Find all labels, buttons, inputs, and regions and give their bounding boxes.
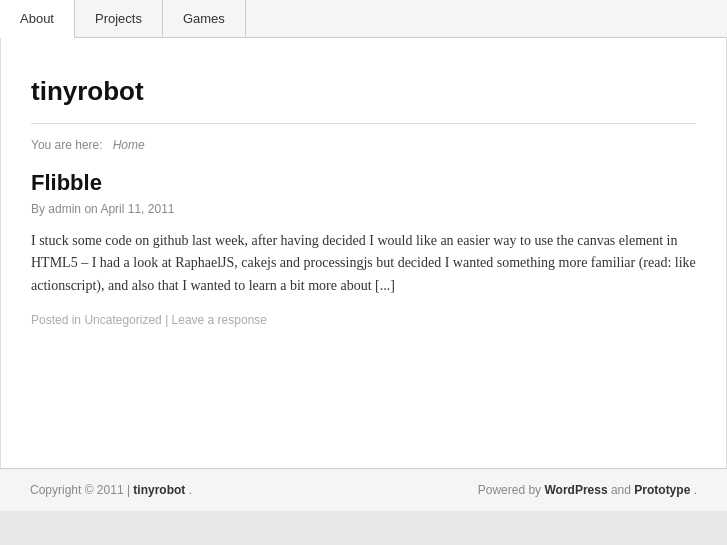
powered-by-text: Powered by (478, 483, 541, 497)
footer-period: . (189, 483, 192, 497)
article-title: Flibble (31, 170, 696, 196)
main-content: tinyrobot You are here: Home Flibble By … (0, 38, 727, 468)
tab-games[interactable]: Games (163, 0, 246, 37)
breadcrumb-home-link[interactable]: Home (113, 138, 145, 152)
leave-response-link[interactable]: Leave a response (172, 313, 267, 327)
nav-bar: About Projects Games (0, 0, 727, 38)
footer-end-period: . (694, 483, 697, 497)
article-body: I stuck some code on github last week, a… (31, 230, 696, 297)
wordpress-link[interactable]: WordPress (544, 483, 607, 497)
title-divider (31, 123, 696, 124)
site-title: tinyrobot (31, 58, 696, 123)
site-footer: Copyright © 2011 | tinyrobot . Powered b… (0, 468, 727, 511)
tab-about[interactable]: About (0, 0, 75, 38)
category-link[interactable]: Uncategorized (84, 313, 161, 327)
meta-on-prefix: on (84, 202, 100, 216)
and-label: and (611, 483, 634, 497)
copyright-text: Copyright © 2011 | (30, 483, 133, 497)
prototype-link[interactable]: Prototype (634, 483, 690, 497)
tab-projects[interactable]: Projects (75, 0, 163, 37)
app-wrapper: About Projects Games tinyrobot You are h… (0, 0, 727, 545)
breadcrumb-prefix: You are here: (31, 138, 103, 152)
breadcrumb: You are here: Home (31, 138, 696, 152)
article-date: April 11, 2011 (100, 202, 174, 216)
article-footer: Posted in Uncategorized | Leave a respon… (31, 313, 696, 327)
article-author-link[interactable]: admin (48, 202, 81, 216)
meta-by-prefix: By (31, 202, 45, 216)
article-meta: By admin on April 11, 2011 (31, 202, 696, 216)
footer-copyright: Copyright © 2011 | tinyrobot . (30, 483, 192, 497)
footer-site-link[interactable]: tinyrobot (133, 483, 185, 497)
posted-in-label: Posted in (31, 313, 81, 327)
article: Flibble By admin on April 11, 2011 I stu… (31, 170, 696, 327)
footer-powered: Powered by WordPress and Prototype . (478, 483, 697, 497)
